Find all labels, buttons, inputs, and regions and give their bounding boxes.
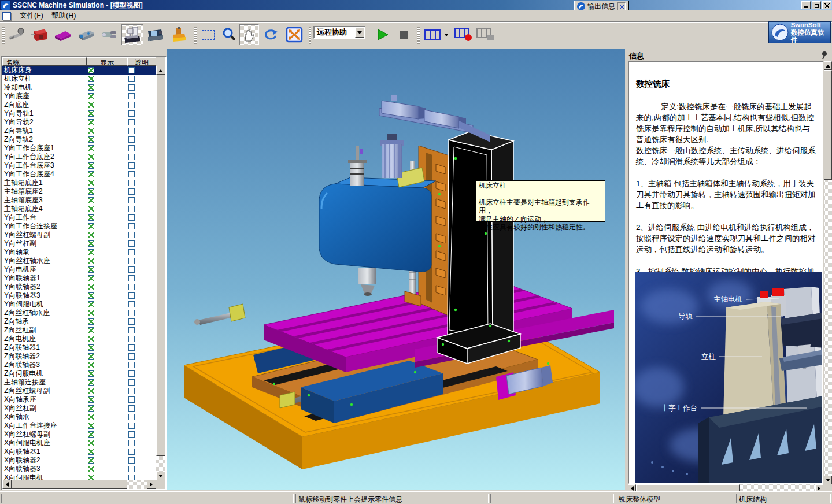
transparent-checkbox[interactable] — [128, 414, 135, 420]
cnc-lathe-button[interactable] — [145, 24, 167, 45]
machine-column-part[interactable] — [437, 131, 520, 364]
scroll-thumb[interactable] — [12, 480, 127, 489]
show-checkbox[interactable] — [88, 145, 94, 151]
menu-help[interactable]: 帮助(H) — [47, 10, 80, 22]
scroll-down-button[interactable] — [156, 472, 165, 480]
transparent-checkbox[interactable] — [128, 327, 135, 333]
parts-row[interactable]: Y向工作台连接座 — [2, 222, 156, 231]
headstock-button[interactable] — [29, 24, 51, 45]
toolbar-grip[interactable] — [194, 27, 197, 44]
parts-list[interactable]: 机床床身机床立柱冷却电机Y向底座Z向底座Y向导轨1Y向导轨2Z向导轨1Z向导轨2… — [2, 66, 156, 480]
spindle-shaft-button[interactable] — [6, 24, 28, 45]
transparent-checkbox[interactable] — [128, 266, 135, 273]
parts-row[interactable]: 主轴箱连接座 — [2, 378, 156, 387]
transparent-checkbox[interactable] — [128, 171, 135, 177]
parts-row[interactable]: Y向丝杠副 — [2, 239, 156, 248]
pin-icon[interactable] — [820, 50, 829, 60]
parts-row[interactable]: X向轴承 — [2, 413, 156, 421]
parts-row[interactable]: 主轴箱底座1 — [2, 179, 156, 187]
parts-row[interactable]: Y向联轴器2 — [2, 283, 156, 291]
show-checkbox[interactable] — [88, 284, 94, 290]
parts-row[interactable]: Y向丝杠轴承座 — [2, 257, 156, 265]
stop-button[interactable] — [395, 24, 413, 45]
transparent-checkbox[interactable] — [128, 362, 135, 368]
record-start-button[interactable] — [453, 24, 474, 45]
show-checkbox[interactable] — [88, 258, 94, 264]
show-checkbox[interactable] — [88, 318, 94, 325]
transparent-checkbox[interactable] — [128, 344, 135, 351]
scroll-up-button[interactable] — [824, 61, 832, 70]
dropdown-button[interactable] — [355, 27, 364, 38]
spindle-part[interactable] — [358, 268, 376, 296]
parts-row[interactable]: Y向电机座 — [2, 265, 156, 274]
transparent-checkbox[interactable] — [128, 232, 135, 238]
transparent-checkbox[interactable] — [128, 76, 135, 82]
parts-row[interactable]: 主轴箱底座3 — [2, 196, 156, 205]
transparent-checkbox[interactable] — [128, 154, 135, 160]
transparent-checkbox[interactable] — [128, 188, 135, 195]
parts-row[interactable]: Y向联轴器3 — [2, 291, 156, 300]
parts-vscrollbar[interactable] — [156, 66, 165, 480]
transparent-checkbox[interactable] — [128, 197, 135, 203]
pan-hand-button[interactable] — [239, 24, 259, 45]
parts-row[interactable]: Y向工作台底座1 — [2, 144, 156, 153]
scroll-left-button[interactable] — [2, 480, 12, 489]
transparent-checkbox[interactable] — [128, 466, 135, 472]
parts-row[interactable]: X向伺服电机座 — [2, 439, 156, 447]
transparent-checkbox[interactable] — [128, 370, 135, 377]
show-checkbox[interactable] — [88, 396, 94, 403]
menu-file[interactable]: 文件(F) — [16, 10, 47, 22]
coolant-motor-part[interactable] — [348, 146, 367, 186]
machine-3d-model[interactable] — [167, 49, 625, 490]
parts-row[interactable]: Z向导轨1 — [2, 127, 156, 135]
parts-row[interactable]: Z向丝杠轴承座 — [2, 309, 156, 317]
transparent-checkbox[interactable] — [128, 206, 135, 212]
parts-row[interactable]: Y向联轴器1 — [2, 274, 156, 283]
model-viewport[interactable]: 机床立柱 机床立柱主要是对主轴箱起到支承作用， 满足主轴的Ｚ向运动， 立柱应具有… — [167, 49, 625, 490]
transparent-checkbox[interactable] — [128, 84, 135, 91]
transparent-checkbox[interactable] — [128, 67, 135, 73]
show-checkbox[interactable] — [88, 457, 94, 464]
toolbar-grip[interactable] — [417, 27, 420, 44]
parts-row[interactable]: Y向丝杠螺母副 — [2, 231, 156, 239]
show-checkbox[interactable] — [88, 214, 94, 221]
parts-row[interactable]: Y向导轨2 — [2, 118, 156, 127]
parts-row[interactable]: Z向联轴器3 — [2, 361, 156, 369]
title-bar[interactable]: SSCNC Machine Simulation - [模型视图] — [0, 0, 832, 10]
parts-row[interactable]: Y向工作台 — [2, 213, 156, 222]
parts-row[interactable]: X向轴承座 — [2, 395, 156, 404]
spindle-tools-button[interactable] — [98, 24, 120, 45]
parts-row[interactable]: X向联轴器1 — [2, 447, 156, 456]
show-checkbox[interactable] — [88, 110, 94, 117]
machine-bed-button[interactable] — [75, 24, 97, 45]
transparent-checkbox[interactable] — [128, 136, 135, 143]
transparent-checkbox[interactable] — [128, 284, 135, 290]
show-checkbox[interactable] — [88, 388, 94, 394]
transparent-checkbox[interactable] — [128, 145, 135, 151]
parts-row[interactable]: Z向丝杠螺母副 — [2, 387, 156, 395]
parts-row[interactable]: 机床立柱 — [2, 75, 156, 83]
show-checkbox[interactable] — [88, 93, 94, 99]
parts-row[interactable]: 主轴箱底座2 — [2, 187, 156, 196]
show-checkbox[interactable] — [88, 336, 94, 342]
show-checkbox[interactable] — [88, 180, 94, 186]
transparent-checkbox[interactable] — [128, 318, 135, 325]
column-header-name[interactable]: 名称 — [2, 57, 87, 66]
show-checkbox[interactable] — [88, 154, 94, 160]
transparent-checkbox[interactable] — [128, 102, 135, 108]
parts-row[interactable]: Z向伺服电机 — [2, 369, 156, 378]
record-film-button[interactable] — [423, 24, 442, 45]
transparent-checkbox[interactable] — [128, 449, 135, 455]
scroll-right-button[interactable] — [147, 480, 156, 489]
show-checkbox[interactable] — [88, 414, 94, 420]
worktable-button[interactable] — [52, 24, 74, 45]
minimize-button[interactable] — [801, 1, 811, 9]
show-checkbox[interactable] — [88, 67, 94, 73]
transparent-checkbox[interactable] — [128, 431, 135, 438]
toolbar-grip[interactable] — [2, 27, 5, 44]
parts-row[interactable]: Y向工作台底座3 — [2, 161, 156, 170]
show-checkbox[interactable] — [88, 188, 94, 195]
show-checkbox[interactable] — [88, 449, 94, 455]
scroll-thumb[interactable] — [824, 70, 832, 180]
scroll-thumb[interactable] — [156, 75, 165, 456]
